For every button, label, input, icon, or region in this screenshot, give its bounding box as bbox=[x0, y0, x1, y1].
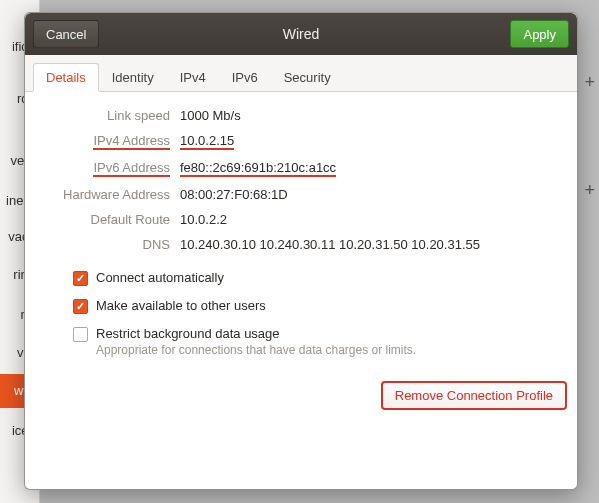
dialog-title: Wired bbox=[25, 26, 577, 42]
checkbox-group: Connect automatically Make available to … bbox=[73, 270, 567, 357]
plus-icon: + bbox=[584, 180, 595, 201]
titlebar: Cancel Wired Apply bbox=[25, 13, 577, 55]
network-settings-dialog: Cancel Wired Apply Details Identity IPv4… bbox=[24, 12, 578, 490]
route-value: 10.0.2.2 bbox=[180, 212, 227, 227]
ipv4-label: IPv4 Address bbox=[35, 133, 170, 150]
remove-profile-button[interactable]: Remove Connection Profile bbox=[381, 381, 567, 410]
tab-ipv6[interactable]: IPv6 bbox=[219, 63, 271, 91]
available-others-row: Make available to other users bbox=[73, 298, 567, 314]
link-speed-value: 1000 Mb/s bbox=[180, 108, 241, 123]
restrict-bg-row: Restrict background data usage Appropria… bbox=[73, 326, 567, 357]
dns-label: DNS bbox=[35, 237, 170, 252]
dns-row: DNS 10.240.30.10 10.240.30.11 10.20.31.5… bbox=[35, 237, 567, 252]
hardware-label: Hardware Address bbox=[35, 187, 170, 202]
restrict-bg-checkbox[interactable] bbox=[73, 327, 88, 342]
ipv6-label: IPv6 Address bbox=[35, 160, 170, 177]
link-speed-label: Link speed bbox=[35, 108, 170, 123]
apply-button[interactable]: Apply bbox=[510, 20, 569, 48]
connect-auto-row: Connect automatically bbox=[73, 270, 567, 286]
footer: Remove Connection Profile bbox=[35, 381, 567, 410]
tab-security[interactable]: Security bbox=[271, 63, 344, 91]
link-speed-row: Link speed 1000 Mb/s bbox=[35, 108, 567, 123]
ipv4-value: 10.0.2.15 bbox=[180, 133, 234, 150]
connect-auto-checkbox[interactable] bbox=[73, 271, 88, 286]
ipv4-row: IPv4 Address 10.0.2.15 bbox=[35, 133, 567, 150]
cancel-button[interactable]: Cancel bbox=[33, 20, 99, 48]
dns-value: 10.240.30.10 10.240.30.11 10.20.31.50 10… bbox=[180, 237, 480, 252]
route-label: Default Route bbox=[35, 212, 170, 227]
connect-auto-label: Connect automatically bbox=[96, 270, 224, 285]
plus-icon: + bbox=[584, 72, 595, 93]
ipv6-value: fe80::2c69:691b:210c:a1cc bbox=[180, 160, 336, 177]
route-row: Default Route 10.0.2.2 bbox=[35, 212, 567, 227]
available-others-label: Make available to other users bbox=[96, 298, 266, 313]
tab-details[interactable]: Details bbox=[33, 63, 99, 91]
tab-ipv4[interactable]: IPv4 bbox=[167, 63, 219, 91]
details-panel: Link speed 1000 Mb/s IPv4 Address 10.0.2… bbox=[25, 92, 577, 489]
ipv6-row: IPv6 Address fe80::2c69:691b:210c:a1cc bbox=[35, 160, 567, 177]
restrict-bg-label: Restrict background data usage bbox=[96, 326, 416, 341]
tab-identity[interactable]: Identity bbox=[99, 63, 167, 91]
tab-bar: Details Identity IPv4 IPv6 Security bbox=[25, 55, 577, 92]
hardware-value: 08:00:27:F0:68:1D bbox=[180, 187, 288, 202]
restrict-bg-sublabel: Appropriate for connections that have da… bbox=[96, 343, 416, 357]
available-others-checkbox[interactable] bbox=[73, 299, 88, 314]
hardware-row: Hardware Address 08:00:27:F0:68:1D bbox=[35, 187, 567, 202]
